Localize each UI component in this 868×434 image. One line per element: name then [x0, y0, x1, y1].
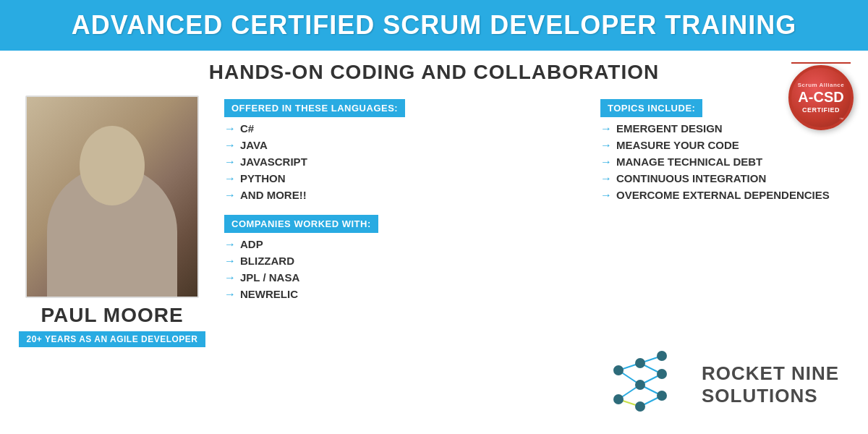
companies-label: COMPANIES WORKED WITH: — [224, 215, 378, 233]
topics-list: →EMERGENT DESIGN→MEASURE YOUR CODE→MANAG… — [600, 120, 854, 203]
list-item: →MEASURE YOUR CODE — [600, 137, 854, 153]
arrow-icon: → — [224, 239, 236, 250]
list-item: →C# — [224, 120, 586, 137]
arrow-icon: → — [224, 272, 236, 284]
left-column: PAUL MOORE 20+ YEARS AS AN AGILE DEVELOP… — [14, 95, 210, 421]
person-photo — [25, 95, 199, 298]
arrow-icon: → — [224, 156, 236, 168]
arrow-icon: → — [224, 255, 236, 267]
arrow-icon: → — [600, 173, 612, 184]
list-item: →PYTHON — [224, 170, 586, 187]
languages-list: →C#→JAVA→JAVASCRIPT→PYTHON→AND MORE!! — [224, 120, 586, 203]
acsd-badge: Scrum Alliance A-CSD CERTIFIED ™ — [788, 65, 854, 130]
network-icon — [600, 349, 687, 421]
svg-point-16 — [613, 394, 624, 404]
arrow-icon: → — [224, 123, 236, 135]
arrow-icon: → — [224, 173, 236, 184]
svg-point-14 — [657, 391, 667, 401]
logo-section: ROCKET NINESOLUTIONS — [600, 349, 854, 421]
arrow-icon: → — [224, 190, 236, 201]
list-item: →BLIZZARD — [224, 252, 586, 269]
page-wrapper: ADVANCED CERTIFIED SCRUM DEVELOPER TRAIN… — [0, 0, 868, 428]
companies-list: →ADP→BLIZZARD→JPL / NASA→NEWRELIC — [224, 236, 586, 302]
languages-section: OFFERED IN THESE LANGUAGES: →C#→JAVA→JAV… — [224, 99, 586, 203]
badge-main-text: A-CSD — [798, 90, 843, 104]
svg-point-10 — [635, 358, 645, 368]
main-content: PAUL MOORE 20+ YEARS AS AN AGILE DEVELOP… — [0, 88, 868, 428]
list-item: →MANAGE TECHNICAL DEBT — [600, 153, 854, 170]
arrow-icon: → — [600, 123, 612, 135]
arrow-icon: → — [600, 140, 612, 151]
topics-section: TOPICS INCLUDE: →EMERGENT DESIGN→MEASURE… — [600, 99, 854, 327]
person-name: PAUL MOORE — [41, 304, 183, 327]
svg-point-9 — [613, 365, 624, 375]
list-item: →JPL / NASA — [224, 269, 586, 286]
svg-point-11 — [657, 351, 667, 361]
company-name: ROCKET NINESOLUTIONS — [702, 362, 839, 407]
topics-label: TOPICS INCLUDE: — [600, 99, 702, 117]
badge-tm: ™ — [839, 117, 843, 122]
badge-top-text: Scrum Alliance — [798, 82, 845, 88]
badge-container: Scrum Alliance A-CSD CERTIFIED ™ — [788, 65, 854, 130]
list-item: →AND MORE!! — [224, 187, 586, 203]
subtitle: HANDS-ON CODING AND COLLABORATION — [14, 61, 854, 84]
arrow-icon: → — [224, 140, 236, 151]
list-item: →CONTINUOUS INTEGRATION — [600, 170, 854, 187]
arrow-icon: → — [224, 289, 236, 300]
svg-point-13 — [635, 380, 645, 390]
arrow-icon: → — [600, 156, 612, 168]
list-item: →ADP — [224, 236, 586, 252]
main-title: ADVANCED CERTIFIED SCRUM DEVELOPER TRAIN… — [14, 10, 854, 41]
list-item: →JAVA — [224, 137, 586, 153]
subheader: HANDS-ON CODING AND COLLABORATION — [0, 51, 868, 88]
arrow-icon: → — [600, 190, 612, 201]
svg-point-12 — [657, 369, 667, 379]
middle-column: OFFERED IN THESE LANGUAGES: →C#→JAVA→JAV… — [224, 95, 586, 421]
right-column: TOPICS INCLUDE: →EMERGENT DESIGN→MEASURE… — [600, 95, 854, 421]
list-item: →JAVASCRIPT — [224, 153, 586, 170]
list-item: →OVERCOME EXTERNAL DEPENDENCIES — [600, 187, 854, 203]
header-bar: ADVANCED CERTIFIED SCRUM DEVELOPER TRAIN… — [0, 0, 868, 51]
list-item: →NEWRELIC — [224, 286, 586, 302]
companies-section: COMPANIES WORKED WITH: →ADP→BLIZZARD→JPL… — [224, 215, 586, 302]
badge-bottom-text: CERTIFIED — [802, 106, 840, 114]
languages-label: OFFERED IN THESE LANGUAGES: — [224, 99, 405, 117]
svg-point-15 — [635, 401, 645, 412]
person-subtitle: 20+ YEARS AS AN AGILE DEVELOPER — [19, 331, 205, 347]
